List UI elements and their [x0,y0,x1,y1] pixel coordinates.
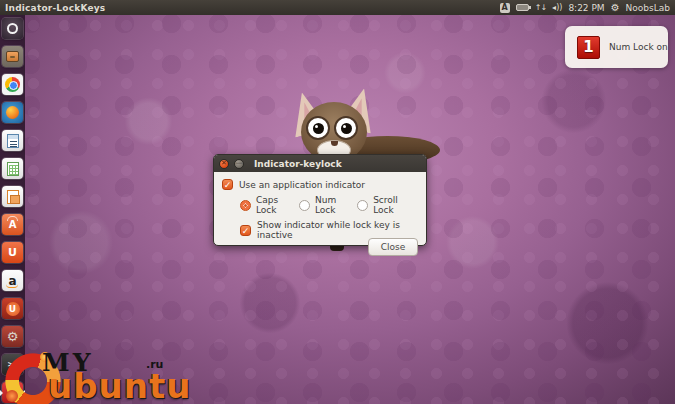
cat-head [301,102,367,162]
network-icon[interactable]: ↑↓ [535,3,546,12]
dialog-titlebar[interactable]: ✕ — Indicator-keylock [214,155,426,172]
active-app-title: Indicator-LockKeys [5,3,105,13]
show-inactive-checkbox[interactable]: ✓ [240,225,251,236]
notification-message: Num Lock on [609,42,668,52]
cat-eye-left [306,116,330,140]
scroll-lock-label: Scroll Lock [373,195,406,215]
volume-icon[interactable]: ◂)) [552,3,562,12]
cat-paw [330,246,344,251]
myubuntu-watermark: MY .ru ubuntu [0,338,220,404]
window-close-icon[interactable]: ✕ [219,159,229,169]
software-center-icon[interactable]: A [2,214,23,235]
libreoffice-impress-icon[interactable] [2,186,23,207]
clock[interactable]: 8:22 PM [568,3,604,13]
files-icon[interactable] [2,46,23,67]
top-panel: Indicator-LockKeys A ↑↓ ◂)) 8:22 PM ⚙ No… [0,0,675,15]
ubuntu-one-icon[interactable]: U [2,242,23,263]
cat-wallpaper-art [283,76,433,166]
battery-icon[interactable] [516,4,529,11]
session-gear-icon[interactable]: ⚙ [611,3,620,13]
close-button[interactable]: Close [368,238,418,256]
libreoffice-calc-icon[interactable] [2,158,23,179]
firefox-icon[interactable] [2,102,23,123]
chromium-icon[interactable] [2,74,23,95]
numlock-badge-icon: 1 [577,36,600,59]
ubuntu-one-music-icon[interactable]: U [2,298,23,319]
num-lock-label: Num Lock [315,195,345,215]
ubuntu-dash-icon[interactable] [2,18,23,39]
dialog-title: Indicator-keylock [254,159,342,169]
cat-eye-right [334,116,358,140]
caps-lock-radio[interactable] [240,200,251,211]
watermark-ubuntu-text: ubuntu [48,366,191,404]
window-minimize-icon[interactable]: — [234,159,244,169]
dialog-body: ✓ Use an application indicator Caps Lock… [214,172,426,240]
indicator-keylock-dialog: ✕ — Indicator-keylock ✓ Use an applicati… [213,154,427,246]
app-indicator-label: Use an application indicator [239,180,365,190]
swirl-blob [6,390,18,402]
scroll-lock-radio[interactable] [357,200,368,211]
num-lock-radio[interactable] [299,200,310,211]
show-inactive-label: Show indicator while lock key is inactiv… [257,220,418,240]
keyboard-layout-indicator-icon[interactable]: A [500,3,510,13]
app-indicator-checkbox[interactable]: ✓ [222,179,233,190]
amazon-icon[interactable]: a [2,270,23,291]
session-user-name[interactable]: NoobsLab [626,3,670,13]
caps-lock-label: Caps Lock [256,195,287,215]
libreoffice-writer-icon[interactable] [2,130,23,151]
numlock-notification: 1 Num Lock on [565,26,668,68]
